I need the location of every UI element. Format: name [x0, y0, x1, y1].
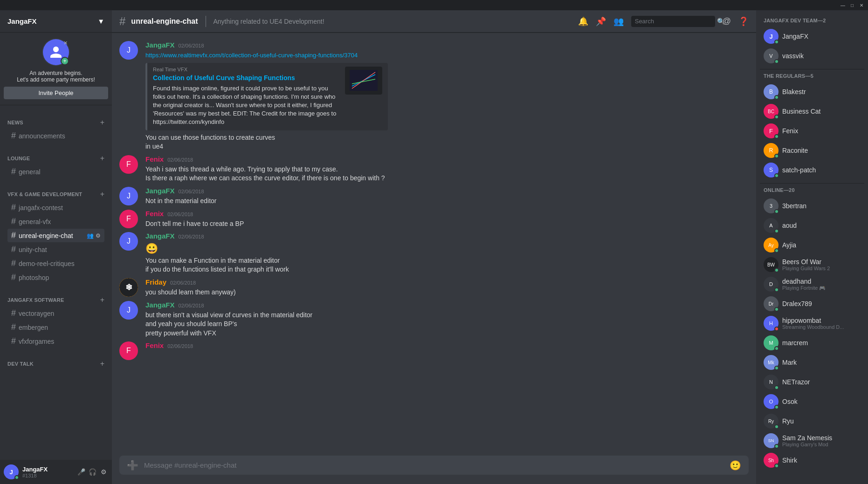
member-info: satch-patch: [782, 166, 861, 174]
status-dot: [774, 366, 779, 370]
member-info: Fenix: [782, 127, 861, 135]
member-item-fenix[interactable]: F Fenix: [760, 122, 864, 140]
member-item-raconite[interactable]: R Raconite: [760, 141, 864, 160]
channel-item-unreal-engine-chat[interactable]: # unreal-engine-chat 👥 ⚙: [7, 229, 104, 242]
member-item-shirk[interactable]: Sh Shirk: [760, 451, 864, 470]
member-item-3bertran[interactable]: 3 3bertran: [760, 197, 864, 215]
member-item-beers-of-war[interactable]: BW Beers Of War Playing Guild Wars 2: [760, 255, 864, 274]
close-invite-button[interactable]: ✕: [62, 39, 69, 47]
member-name: vassvik: [782, 52, 861, 60]
member-info: vassvik: [782, 52, 861, 60]
status-dot: [774, 327, 779, 331]
member-item-business-cat[interactable]: BC Business Cat: [760, 102, 864, 121]
message-content: JangaFX 02/06/2018 😀 You can make a Func…: [145, 232, 749, 274]
channel-item-unity-chat[interactable]: # unity-chat: [7, 243, 104, 256]
channel-item-general-vfx[interactable]: # general-vfx: [7, 215, 104, 228]
at-icon[interactable]: @: [723, 16, 731, 26]
status-dot: [774, 115, 779, 119]
channel-item-vectoraygen[interactable]: # vectoraygen: [7, 307, 104, 320]
header-icons: 🔔 📌 👥 🔍 @ ❓: [578, 16, 749, 27]
add-attachment-icon[interactable]: ➕: [127, 460, 138, 471]
member-item-satch-patch[interactable]: S satch-patch: [760, 161, 864, 179]
user-icon: [49, 45, 63, 59]
user-profile-mini: J JangaFX #1318 🎤 🎧 ⚙: [0, 460, 112, 484]
member-item-mark[interactable]: Mk Mark: [760, 353, 864, 372]
channel-name-embergen: embergen: [19, 324, 101, 331]
avatar: F: [119, 341, 138, 360]
channel-item-photoshop[interactable]: # photoshop: [7, 271, 104, 284]
channel-item-general[interactable]: # general: [7, 165, 104, 178]
sidebar-divider: [760, 183, 864, 184]
member-item-jangafx[interactable]: J JangaFX: [760, 27, 864, 46]
section-title-dev: JANGAFX DEV TEAM—2: [760, 18, 864, 23]
settings-icon[interactable]: ⚙: [96, 232, 101, 239]
member-item-ayjia[interactable]: Ay Ayjia: [760, 236, 864, 254]
avatar: ❄: [119, 278, 138, 297]
category-news-add[interactable]: +: [100, 118, 104, 127]
category-vfx-header[interactable]: VFX & GAME DEVELOPMENT +: [4, 188, 108, 200]
member-game: Streaming Woodbound D...: [782, 324, 861, 330]
pin-icon[interactable]: 📌: [596, 16, 606, 27]
channel-item-announcements[interactable]: # announcements: [7, 129, 104, 143]
invite-people-button[interactable]: Invite People: [4, 87, 108, 99]
member-info: aoud: [782, 222, 861, 229]
message-time: 02/06/2018: [179, 43, 204, 48]
member-item-aoud[interactable]: A aoud: [760, 216, 864, 235]
category-software-header[interactable]: JANGAFX SOFTWARE +: [4, 294, 108, 306]
member-item-blakestr[interactable]: B Blakestr: [760, 82, 864, 101]
channel-item-vfxforgames[interactable]: # vfxforgames: [7, 334, 104, 348]
category-software-add[interactable]: +: [100, 296, 104, 304]
minimize-button[interactable]: —: [840, 2, 846, 8]
message-text-2: You can use those functions to create cu…: [145, 133, 749, 151]
category-vfx-add[interactable]: +: [100, 190, 104, 198]
member-item-sam-za-nemesis[interactable]: SN Sam Za Nemesis Playing Garry's Mod: [760, 431, 864, 450]
member-info: marcrem: [782, 339, 861, 347]
settings-button[interactable]: ⚙: [99, 467, 108, 477]
member-avatar-vassvik: V: [764, 48, 778, 63]
channel-item-demo-reel-critiques[interactable]: # demo-reel-critiques: [7, 257, 104, 270]
category-vfx: VFX & GAME DEVELOPMENT + # jangafx-conte…: [0, 181, 112, 286]
message-header: Fenix 02/06/2018: [145, 155, 749, 163]
category-devtalk-add[interactable]: +: [100, 360, 104, 368]
search-input[interactable]: [635, 18, 713, 25]
message-input[interactable]: [144, 456, 724, 475]
channel-item-embergen[interactable]: # embergen: [7, 320, 104, 334]
maximize-button[interactable]: □: [849, 2, 855, 8]
category-news-header[interactable]: NEWS +: [4, 116, 108, 129]
member-item-hippowombat[interactable]: H hippowombat Streaming Woodbound D...: [760, 314, 864, 333]
server-header[interactable]: JangaFX ▼: [0, 10, 112, 33]
titlebar: — □ ✕: [0, 0, 868, 10]
category-lounge-add[interactable]: +: [100, 154, 104, 163]
member-game: Playing Guild Wars 2: [782, 266, 861, 271]
members-icon[interactable]: 👥: [613, 16, 624, 27]
deafen-button[interactable]: 🎧: [88, 467, 97, 477]
member-info: hippowombat Streaming Woodbound D...: [782, 317, 861, 330]
member-item-osok[interactable]: O Osok: [760, 392, 864, 411]
member-item-netrazor[interactable]: N NETrazor: [760, 373, 864, 391]
emoji-picker-icon[interactable]: 🙂: [730, 460, 741, 471]
member-item-dralex789[interactable]: Dr Dralex789: [760, 294, 864, 313]
member-item-ryu[interactable]: Ry Ryu: [760, 412, 864, 430]
member-avatar-deadhand: D: [764, 277, 778, 292]
member-item-marcrem[interactable]: M marcrem: [760, 334, 864, 352]
category-devtalk-header[interactable]: DEV TALK +: [4, 358, 108, 370]
member-avatar-blakestr: B: [764, 84, 778, 99]
member-avatar-netrazor: N: [764, 375, 778, 389]
close-button[interactable]: ✕: [859, 2, 864, 8]
member-info: Raconite: [782, 147, 861, 154]
category-lounge-header[interactable]: LOUNGE +: [4, 152, 108, 164]
channel-name-photoshop: photoshop: [19, 274, 101, 281]
help-icon[interactable]: ❓: [738, 16, 749, 27]
member-item-vassvik[interactable]: V vassvik: [760, 47, 864, 65]
channel-item-jangafx-contest[interactable]: # jangafx-contest: [7, 201, 104, 214]
member-info: 3bertran: [782, 202, 861, 210]
member-name: 3bertran: [782, 202, 861, 210]
notification-bell-icon[interactable]: 🔔: [578, 16, 588, 27]
member-item-deadhand[interactable]: D deadhand Playing Fortnite 🎮: [760, 275, 864, 293]
message-link[interactable]: https://www.realtimevfx.com/t/collection…: [145, 52, 358, 59]
search-bar[interactable]: 🔍: [631, 16, 715, 27]
member-avatar-satch-patch: S: [764, 163, 778, 177]
mute-button[interactable]: 🎤: [76, 467, 86, 477]
messages-area: J JangaFX 02/06/2018 https://www.realtim…: [112, 33, 756, 456]
current-user-avatar-text: J: [9, 469, 13, 476]
